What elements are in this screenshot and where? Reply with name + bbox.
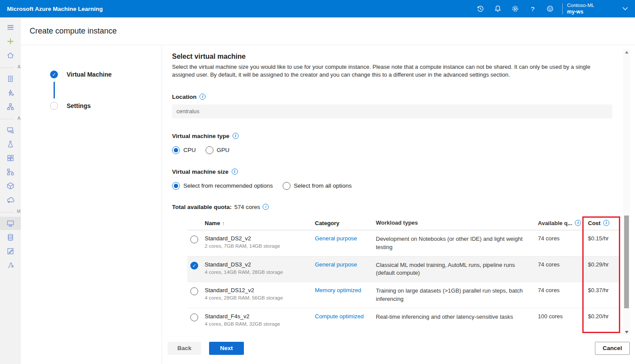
- next-button[interactable]: Next: [209, 342, 244, 355]
- data-labeling-icon[interactable]: [0, 245, 21, 258]
- pipelines-icon[interactable]: [0, 165, 21, 179]
- radio-unselected-icon: [206, 146, 213, 154]
- chevron-down-icon[interactable]: [615, 0, 635, 17]
- top-bar: Microsoft Azure Machine Learning ?: [0, 0, 635, 17]
- menu-icon[interactable]: [0, 21, 21, 34]
- endpoints-icon[interactable]: [0, 193, 21, 206]
- vm-name: Standard_DS12_v2: [205, 287, 315, 293]
- jobs-icon[interactable]: [0, 124, 21, 137]
- quota-line: Total available quota: 574 cores: [172, 204, 635, 210]
- vm-selection-form: Select virtual machine Select the virtua…: [162, 45, 635, 332]
- row-radio[interactable]: [190, 313, 198, 321]
- available-quota-value: 74 cores: [538, 235, 581, 242]
- row-radio-selected[interactable]: [190, 262, 198, 270]
- datastores-icon[interactable]: [0, 231, 21, 244]
- wizard-footer: Back Next Cancel: [162, 332, 635, 364]
- automated-ml-icon[interactable]: [0, 86, 21, 99]
- vm-type-gpu-radio[interactable]: GPU: [206, 146, 230, 154]
- vm-size-radio-group: Select from recommended options Select f…: [172, 182, 635, 190]
- form-description: Select the virtual machine size you woul…: [172, 63, 611, 79]
- vm-name: Standard_DS2_v2: [205, 235, 315, 242]
- vm-specs: 4 cores, 14GB RAM, 28GB storage: [205, 270, 315, 275]
- vm-size-table: Name↑ Category Workload types Available …: [187, 216, 620, 332]
- radio-selected-icon: [172, 146, 180, 154]
- vm-specs: 2 cores, 7GB RAM, 14GB storage: [205, 243, 315, 249]
- vm-name: Standard_F4s_v2: [205, 313, 315, 320]
- vm-size-all-options-radio[interactable]: Select from all options: [283, 182, 352, 190]
- workspace-selector[interactable]: Contoso-ML my-ws: [567, 2, 615, 15]
- row-radio[interactable]: [190, 287, 198, 295]
- linked-services-icon[interactable]: [0, 259, 21, 272]
- column-header-available-quota[interactable]: Available q...: [538, 220, 581, 226]
- radio-label: GPU: [217, 147, 230, 153]
- step-connector: [54, 82, 55, 98]
- radio-label: Select from recommended options: [183, 182, 273, 189]
- scrollbar-thumb[interactable]: [624, 216, 629, 308]
- step-settings[interactable]: Settings: [21, 102, 162, 110]
- vm-type-cpu-radio[interactable]: CPU: [172, 146, 196, 154]
- step-pending-icon: [50, 102, 58, 110]
- scroll-down-icon[interactable]: [623, 329, 630, 335]
- column-header-name[interactable]: Name↑: [205, 220, 315, 226]
- vm-size-label: Virtual machine size: [172, 169, 229, 175]
- info-icon[interactable]: [232, 169, 238, 175]
- app-title: Microsoft Azure Machine Learning: [0, 6, 103, 12]
- column-header-workload[interactable]: Workload types: [376, 219, 538, 227]
- cost-value: $0.20/hr: [581, 313, 620, 320]
- info-icon[interactable]: [575, 220, 581, 226]
- environments-icon[interactable]: [0, 179, 21, 192]
- category-link[interactable]: General purpose: [315, 235, 357, 242]
- vm-size-recommended-radio[interactable]: Select from recommended options: [172, 182, 273, 190]
- radio-label: CPU: [183, 147, 196, 153]
- models-icon[interactable]: [0, 152, 21, 165]
- column-header-cost[interactable]: Cost: [581, 220, 620, 226]
- workload-text: Training on large datasets (>1GB) parall…: [376, 287, 538, 303]
- designer-icon[interactable]: [0, 100, 21, 113]
- workload-text: Classical ML model training, AutoML runs…: [376, 261, 538, 278]
- available-quota-value: 100 cores: [538, 313, 581, 320]
- quota-value: 574 cores: [234, 204, 260, 210]
- scroll-up-icon[interactable]: [623, 49, 630, 55]
- help-icon[interactable]: ?: [524, 0, 541, 17]
- category-link[interactable]: Memory optimized: [315, 287, 361, 293]
- table-row[interactable]: Standard_DS2_v2 2 cores, 7GB RAM, 14GB s…: [187, 230, 620, 256]
- nav-section-assets: A: [0, 115, 21, 123]
- location-label-row: Location: [172, 94, 635, 100]
- workspace-name: my-ws: [567, 9, 615, 15]
- info-icon[interactable]: [199, 94, 206, 100]
- form-scrollbar[interactable]: [623, 49, 630, 335]
- vm-type-label-row: Virtual machine type: [172, 133, 635, 139]
- category-link[interactable]: General purpose: [315, 261, 357, 268]
- back-button[interactable]: Back: [168, 342, 201, 355]
- info-icon[interactable]: [233, 133, 239, 139]
- notifications-icon[interactable]: [489, 0, 507, 17]
- vm-name: Standard_DS3_v2: [205, 261, 315, 268]
- compute-icon[interactable]: [0, 217, 21, 230]
- table-header: Name↑ Category Workload types Available …: [187, 216, 620, 230]
- info-icon[interactable]: [263, 204, 269, 210]
- new-item-icon[interactable]: [0, 35, 21, 48]
- radio-label: Select from all options: [294, 182, 352, 189]
- create-compute-instance-page: Microsoft Azure Machine Learning ?: [0, 0, 635, 364]
- table-row[interactable]: Standard_DS12_v2 4 cores, 28GB RAM, 56GB…: [187, 282, 620, 308]
- table-row[interactable]: Standard_DS3_v2 4 cores, 14GB RAM, 28GB …: [187, 256, 620, 283]
- history-icon[interactable]: [472, 0, 489, 17]
- cancel-button[interactable]: Cancel: [595, 342, 630, 355]
- feedback-icon[interactable]: [541, 0, 559, 17]
- step-virtual-machine[interactable]: Virtual Machine: [21, 71, 162, 78]
- available-quota-value: 74 cores: [538, 287, 581, 293]
- column-header-category[interactable]: Category: [315, 220, 376, 226]
- table-row[interactable]: Standard_F4s_v2 4 cores, 8GB RAM, 32GB s…: [187, 308, 620, 332]
- left-nav: A A: [0, 17, 21, 364]
- row-radio[interactable]: [190, 236, 198, 243]
- experiments-icon[interactable]: [0, 138, 21, 151]
- info-icon[interactable]: [603, 220, 609, 226]
- settings-icon[interactable]: [507, 0, 524, 17]
- workload-text: Real-time inferencing and other latency-…: [376, 313, 538, 321]
- notebooks-icon[interactable]: [0, 72, 21, 85]
- workspace-org: Contoso-ML: [567, 2, 615, 8]
- radio-unselected-icon: [283, 182, 290, 190]
- category-link[interactable]: Compute optimized: [315, 313, 364, 320]
- home-icon[interactable]: [0, 49, 21, 62]
- page-title: Create compute instance: [30, 27, 117, 36]
